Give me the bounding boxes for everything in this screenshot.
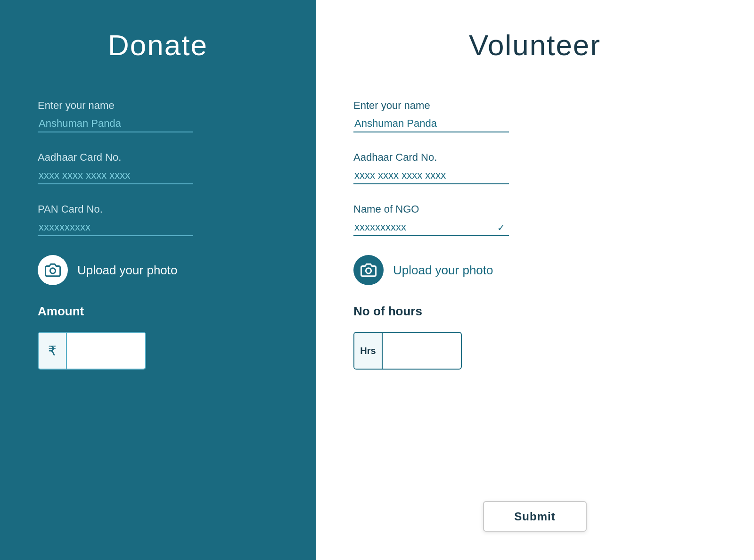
- volunteer-camera-button[interactable]: [353, 255, 384, 285]
- donate-aadhaar-group: Aadhaar Card No.: [38, 151, 278, 184]
- donate-amount-prefix: ₹: [39, 333, 67, 369]
- donate-aadhaar-input[interactable]: [38, 167, 193, 184]
- donate-aadhaar-label: Aadhaar Card No.: [38, 151, 278, 164]
- donate-title: Donate: [108, 28, 208, 62]
- donate-name-group: Enter your name: [38, 99, 278, 132]
- volunteer-aadhaar-label: Aadhaar Card No.: [353, 151, 716, 164]
- donate-camera-button[interactable]: [38, 255, 68, 285]
- camera-icon: [361, 262, 377, 278]
- volunteer-upload-label: Upload your photo: [393, 263, 493, 278]
- submit-button[interactable]: Submit: [483, 501, 587, 532]
- donate-amount-box: ₹: [38, 332, 146, 370]
- donate-amount-input[interactable]: [67, 344, 146, 357]
- submit-container: Submit: [483, 501, 587, 532]
- volunteer-name-label: Enter your name: [353, 99, 716, 112]
- volunteer-hours-prefix: Hrs: [354, 333, 383, 369]
- volunteer-aadhaar-input[interactable]: [353, 167, 509, 184]
- volunteer-ngo-label: Name of NGO: [353, 203, 716, 215]
- donate-upload-label: Upload your photo: [77, 263, 177, 278]
- ngo-checkmark-icon: ✓: [497, 222, 505, 233]
- svg-point-1: [366, 268, 371, 273]
- volunteer-hours-input[interactable]: [383, 344, 462, 357]
- donate-upload-section: Upload your photo: [38, 255, 177, 285]
- volunteer-ngo-wrapper: ✓: [353, 219, 509, 236]
- volunteer-upload-section: Upload your photo: [353, 255, 493, 285]
- camera-icon: [45, 262, 61, 278]
- volunteer-title: Volunteer: [469, 28, 601, 62]
- volunteer-name-input[interactable]: [353, 115, 509, 132]
- donate-panel: Donate Enter your name Aadhaar Card No. …: [0, 0, 316, 560]
- volunteer-name-group: Enter your name: [353, 99, 716, 132]
- donate-pan-group: PAN Card No.: [38, 203, 278, 236]
- volunteer-hours-box: Hrs: [353, 332, 462, 370]
- donate-name-input[interactable]: [38, 115, 193, 132]
- donate-pan-label: PAN Card No.: [38, 203, 278, 215]
- donate-name-label: Enter your name: [38, 99, 278, 112]
- volunteer-hours-heading: No of hours: [353, 304, 422, 319]
- volunteer-ngo-input[interactable]: [353, 219, 509, 236]
- volunteer-panel: Volunteer Enter your name Aadhaar Card N…: [316, 0, 754, 560]
- donate-pan-input[interactable]: [38, 219, 193, 236]
- svg-point-0: [50, 268, 55, 273]
- volunteer-ngo-group: Name of NGO ✓: [353, 203, 716, 236]
- donate-amount-heading: Amount: [38, 304, 84, 319]
- volunteer-aadhaar-group: Aadhaar Card No.: [353, 151, 716, 184]
